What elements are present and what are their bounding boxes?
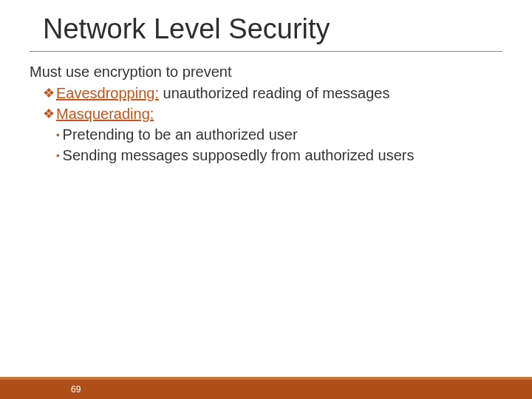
list-item: ❖Eavesdropping: unauthorized reading of … [30,83,510,103]
intro-text: Must use encryption to prevent [30,62,510,82]
subitem-text: Pretending to be an authorized user [63,126,298,143]
footer-bar: 69 [0,380,532,399]
page-number: 69 [0,384,81,395]
square-icon: ▪ [56,129,60,142]
diamond-icon: ❖ [43,105,55,123]
subitem-text: Sending messages supposedly from authori… [63,147,415,163]
slide-body: Must use encryption to prevent ❖Eavesdro… [0,62,532,166]
list-item: ❖Masquerading: [30,104,510,124]
list-item: ▪Pretending to be an authorized user [30,125,510,145]
title-divider [30,51,502,52]
square-icon: ▪ [56,149,60,163]
slide-footer: 69 [0,377,532,399]
term-desc: unauthorized reading of messages [159,85,389,101]
list-item: ▪Sending messages supposedly from author… [30,146,510,166]
slide-title: Network Level Security [0,0,532,51]
term-eavesdropping: Eavesdropping: [56,85,159,101]
diamond-icon: ❖ [43,84,55,102]
term-masquerading: Masquerading: [56,106,154,122]
